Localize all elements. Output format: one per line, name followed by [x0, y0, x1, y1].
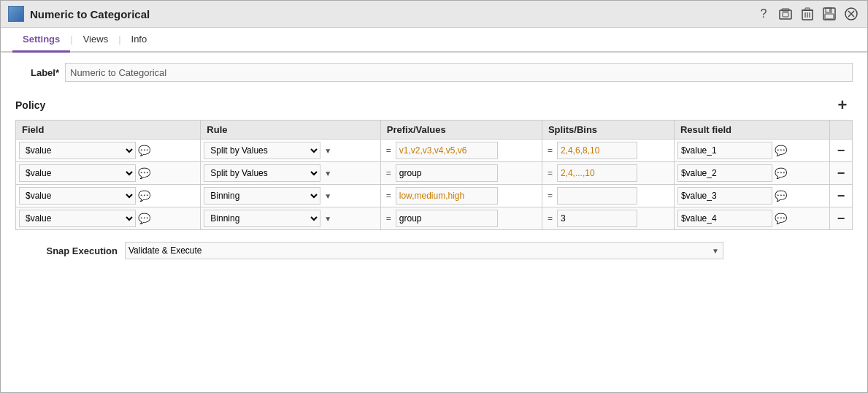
title-left: Numeric to Categorical: [8, 6, 150, 22]
main-content: Label* Policy + Field Rule Prefix/Values…: [1, 53, 867, 392]
cell-field-1: $value 💬: [16, 162, 201, 185]
result-comment-icon-1[interactable]: 💬: [775, 167, 787, 179]
cell-prefix-2: =: [380, 185, 542, 207]
result-comment-icon-2[interactable]: 💬: [775, 190, 787, 202]
svg-rect-11: [825, 14, 834, 19]
rule-select-1[interactable]: Split by Values Binning Split by Values: [204, 164, 320, 182]
table-header-row: Field Rule Prefix/Values Splits/Bins Res…: [16, 121, 853, 140]
add-row-button[interactable]: +: [832, 95, 853, 115]
result-input-1[interactable]: [677, 164, 772, 182]
policy-title: Policy: [15, 99, 45, 111]
splits-input-0[interactable]: [557, 142, 637, 159]
cell-result-0: 💬: [674, 140, 829, 162]
label-row: Label*: [15, 63, 853, 82]
cell-result-3: 💬: [674, 207, 829, 230]
field-select-2[interactable]: $value: [19, 187, 136, 205]
tab-settings[interactable]: Settings: [12, 28, 70, 53]
result-input-0[interactable]: [677, 142, 772, 159]
rule-select-3[interactable]: Binning Binning Split by Values: [204, 210, 320, 227]
rule-arrow-icon-0: ▼: [324, 147, 331, 155]
field-select-0[interactable]: $value: [19, 142, 136, 159]
field-comment-icon-0[interactable]: 💬: [138, 145, 150, 156]
cell-result-1: 💬: [674, 162, 829, 185]
save-button[interactable]: [821, 5, 838, 23]
table-row: $value 💬 Split by Values Binning Split b…: [16, 162, 853, 185]
cell-rule-0: Split by Values Binning Split by Values …: [201, 140, 380, 162]
cell-remove-0: −: [830, 140, 853, 162]
cell-prefix-0: =: [380, 140, 542, 162]
app-icon: [8, 6, 24, 22]
main-window: Numeric to Categorical ?: [0, 0, 868, 393]
prefix-input-3[interactable]: [396, 210, 498, 227]
policy-table: Field Rule Prefix/Values Splits/Bins Res…: [15, 120, 853, 230]
cell-splits-1: =: [542, 162, 674, 185]
delete-button[interactable]: [799, 5, 816, 23]
splits-eq-2: =: [545, 191, 555, 201]
rule-arrow-icon-3: ▼: [324, 215, 331, 223]
prefix-input-1[interactable]: [396, 164, 498, 182]
snap-execution-row: Snap Execution Validate & Execute Execut…: [15, 242, 853, 259]
col-rule: Rule: [201, 121, 380, 140]
col-result: Result field: [674, 121, 829, 140]
svg-rect-0: [780, 10, 791, 19]
cell-prefix-1: =: [380, 162, 542, 185]
close-button[interactable]: [842, 5, 860, 23]
tab-info[interactable]: Info: [121, 28, 158, 53]
remove-row-button-1[interactable]: −: [833, 165, 849, 181]
cell-result-2: 💬: [674, 185, 829, 207]
cell-splits-3: =: [542, 207, 674, 230]
field-comment-icon-3[interactable]: 💬: [138, 213, 150, 224]
cell-field-0: $value 💬: [16, 140, 201, 162]
remove-row-button-3[interactable]: −: [833, 210, 849, 226]
col-remove: [830, 121, 853, 140]
policy-header: Policy +: [15, 95, 853, 115]
table-row: $value 💬 Binning Binning Split by Values…: [16, 207, 853, 230]
tab-bar: Settings | Views | Info: [1, 28, 867, 53]
cell-field-3: $value 💬: [16, 207, 201, 230]
col-splits: Splits/Bins: [542, 121, 674, 140]
field-comment-icon-1[interactable]: 💬: [138, 167, 150, 179]
prefix-input-0[interactable]: [396, 142, 498, 159]
splits-eq-0: =: [545, 145, 555, 156]
snap-execution-label: Snap Execution: [15, 245, 118, 256]
table-row: $value 💬 Split by Values Binning Split b…: [16, 140, 853, 162]
title-actions: ?: [755, 5, 860, 23]
snap-select-wrapper: Validate & Execute Execute only Disabled…: [125, 242, 723, 259]
prefix-eq-0: =: [384, 145, 393, 156]
cell-field-2: $value 💬: [16, 185, 201, 207]
cell-remove-1: −: [830, 162, 853, 185]
snap-execution-select[interactable]: Validate & Execute Execute only Disabled: [125, 242, 723, 259]
field-comment-icon-2[interactable]: 💬: [138, 190, 150, 202]
result-input-2[interactable]: [677, 187, 772, 205]
splits-input-2[interactable]: [557, 187, 637, 205]
prefix-input-2[interactable]: [396, 187, 498, 205]
remove-row-button-2[interactable]: −: [833, 188, 849, 204]
label-field-label: Label*: [15, 67, 59, 78]
label-input[interactable]: [65, 63, 853, 82]
result-input-3[interactable]: [677, 210, 772, 227]
remove-row-button-0[interactable]: −: [833, 142, 849, 159]
field-select-1[interactable]: $value: [19, 164, 136, 182]
splits-input-1[interactable]: [557, 164, 637, 182]
svg-rect-10: [826, 8, 831, 12]
snapshot-button[interactable]: [777, 5, 794, 23]
cell-remove-2: −: [830, 185, 853, 207]
table-row: $value 💬 Binning Binning Split by Values…: [16, 185, 853, 207]
result-comment-icon-3[interactable]: 💬: [775, 213, 787, 224]
help-button[interactable]: ?: [755, 5, 772, 23]
rule-select-0[interactable]: Split by Values Binning Split by Values: [204, 142, 320, 159]
cell-splits-0: =: [542, 140, 674, 162]
rule-select-2[interactable]: Binning Binning Split by Values: [204, 187, 320, 205]
window-title: Numeric to Categorical: [30, 8, 150, 20]
rule-arrow-icon-2: ▼: [324, 192, 331, 200]
prefix-eq-3: =: [384, 213, 393, 224]
field-select-3[interactable]: $value: [19, 210, 136, 227]
svg-rect-8: [805, 8, 810, 10]
splits-input-3[interactable]: [557, 210, 637, 227]
splits-eq-3: =: [545, 213, 555, 224]
tab-views[interactable]: Views: [73, 28, 118, 53]
cell-splits-2: =: [542, 185, 674, 207]
cell-prefix-3: =: [380, 207, 542, 230]
title-bar: Numeric to Categorical ?: [1, 1, 867, 28]
result-comment-icon-0[interactable]: 💬: [775, 145, 787, 156]
